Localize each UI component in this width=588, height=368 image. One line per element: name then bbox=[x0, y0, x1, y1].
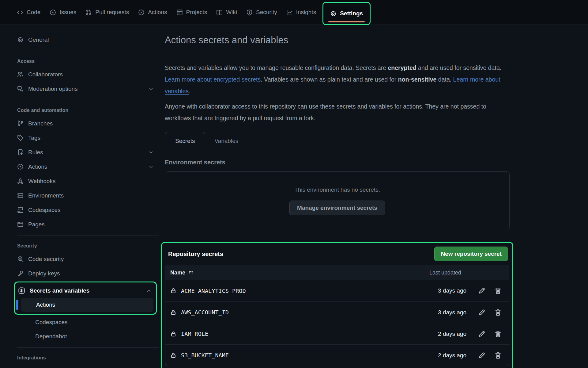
intro-bold-encrypted: encrypted bbox=[388, 64, 416, 71]
asterisk-box-icon bbox=[18, 287, 25, 294]
trash-icon[interactable] bbox=[494, 287, 502, 294]
sidebar-divider bbox=[17, 100, 159, 100]
manage-environment-secrets-button[interactable]: Manage environment secrets bbox=[289, 201, 385, 215]
sidebar-subitem-codespaces[interactable]: Codespaces bbox=[12, 315, 159, 329]
column-header-last-updated: Last updated bbox=[429, 270, 461, 276]
webhook-icon bbox=[17, 178, 24, 184]
lock-icon bbox=[170, 309, 176, 316]
intro-paragraph: Secrets and variables allow you to manag… bbox=[165, 62, 510, 97]
secret-name: ACME_ANALYTICS_PROD bbox=[181, 288, 246, 294]
tab-variables[interactable]: Variables bbox=[205, 132, 247, 150]
sidebar-subitem-label: Dependabot bbox=[35, 333, 67, 340]
pencil-icon[interactable] bbox=[478, 309, 485, 316]
secret-name: IAM_ROLE bbox=[181, 331, 208, 337]
git-pull-request-icon bbox=[85, 9, 92, 16]
collaborator-access-note: Anyone with collaborator access to this … bbox=[165, 101, 510, 124]
sidebar-item-rules[interactable]: Rules bbox=[12, 145, 159, 159]
sidebar-item-label: Collaborators bbox=[28, 71, 63, 78]
active-tab-underline bbox=[328, 21, 365, 22]
sort-ascending-icon[interactable] bbox=[188, 270, 194, 275]
trash-icon[interactable] bbox=[494, 330, 502, 338]
table-header-row: Name Last updated bbox=[165, 265, 509, 280]
sidebar-item-label: Environments bbox=[28, 192, 64, 199]
nav-tab-label: Actions bbox=[148, 9, 167, 16]
trash-icon[interactable] bbox=[494, 309, 502, 316]
new-repository-secret-button[interactable]: New repository secret bbox=[434, 247, 508, 261]
chevron-up-icon bbox=[146, 288, 152, 293]
codescan-icon bbox=[17, 256, 24, 262]
sidebar-item-secrets-and-variables[interactable]: Secrets and variables bbox=[15, 283, 156, 298]
tag-icon bbox=[17, 135, 24, 141]
code-icon bbox=[17, 9, 23, 16]
secret-name: S3_BUCKET_NAME bbox=[181, 352, 229, 358]
git-branch-icon bbox=[17, 120, 24, 127]
sidebar-subitem-dependabot[interactable]: Dependabot bbox=[12, 329, 159, 343]
sidebar-item-branches[interactable]: Branches bbox=[12, 116, 159, 131]
repository-secrets-heading: Repository secrets bbox=[168, 251, 223, 258]
sidebar-subitem-label: Codespaces bbox=[35, 319, 68, 326]
sidebar-item-general[interactable]: General bbox=[12, 33, 159, 47]
sidebar-item-deploy-keys[interactable]: Deploy keys bbox=[12, 266, 159, 281]
nav-tab-issues[interactable]: Issues bbox=[45, 0, 81, 25]
sidebar-item-environments[interactable]: Environments bbox=[12, 188, 159, 203]
table-row: S3_BUCKET_NAME 2 days ago bbox=[165, 344, 509, 366]
chevron-down-icon bbox=[148, 150, 154, 155]
comment-discussion-icon bbox=[17, 86, 24, 92]
chevron-down-icon bbox=[148, 164, 154, 170]
sidebar-divider bbox=[17, 347, 159, 348]
issue-opened-icon bbox=[50, 9, 56, 16]
sidebar-item-label: Rules bbox=[28, 149, 43, 156]
sidebar-item-label: Tags bbox=[28, 135, 40, 141]
secret-name: AWS_ACCOUNT_ID bbox=[181, 309, 229, 316]
intro-bold-non-sensitive: non-sensitive bbox=[398, 76, 437, 83]
gear-icon bbox=[17, 36, 24, 43]
nav-tab-code[interactable]: Code bbox=[12, 0, 45, 25]
trash-icon[interactable] bbox=[494, 352, 502, 359]
settings-sidebar: General Access Collaborators Moderation … bbox=[12, 33, 159, 364]
environment-secrets-panel: This environment has no secrets. Manage … bbox=[165, 171, 510, 230]
table-row: IAM_ROLE 2 days ago bbox=[165, 323, 509, 344]
repository-secrets-highlight: Repository secrets New repository secret… bbox=[161, 242, 513, 368]
lock-icon bbox=[170, 288, 176, 294]
sidebar-item-code-security[interactable]: Code security bbox=[12, 252, 159, 266]
sidebar-item-codespaces[interactable]: Codespaces bbox=[12, 203, 159, 217]
chevron-down-icon bbox=[148, 86, 154, 92]
nav-tab-label: Code bbox=[27, 9, 40, 16]
sidebar-subitem-actions[interactable]: Actions bbox=[21, 298, 153, 312]
pencil-icon[interactable] bbox=[478, 287, 485, 294]
sidebar-item-actions[interactable]: Actions bbox=[12, 159, 159, 174]
browser-icon bbox=[17, 221, 24, 228]
sidebar-divider bbox=[17, 236, 159, 236]
sidebar-item-moderation-options[interactable]: Moderation options bbox=[12, 82, 159, 96]
repository-secrets-header: Repository secrets New repository secret bbox=[165, 247, 509, 265]
server-icon bbox=[17, 192, 24, 199]
key-icon bbox=[17, 270, 24, 277]
secret-last-updated: 3 days ago bbox=[438, 309, 466, 316]
pencil-icon[interactable] bbox=[478, 330, 485, 338]
pencil-icon[interactable] bbox=[478, 352, 485, 359]
table-row: AWS_ACCOUNT_ID 3 days ago bbox=[165, 301, 509, 323]
sidebar-section-security: Security bbox=[12, 239, 159, 252]
lock-icon bbox=[170, 331, 176, 337]
sidebar-item-label: Deploy keys bbox=[28, 270, 60, 277]
sidebar-item-label: Codespaces bbox=[28, 207, 61, 213]
nav-tab-pull-requests[interactable]: Pull requests bbox=[81, 0, 134, 25]
sidebar-item-webhooks[interactable]: Webhooks bbox=[12, 174, 159, 188]
sidebar-item-label: Pages bbox=[28, 221, 45, 228]
people-icon bbox=[17, 71, 24, 78]
column-header-name[interactable]: Name bbox=[170, 270, 185, 276]
sidebar-subitem-label: Actions bbox=[36, 301, 55, 308]
rules-icon bbox=[17, 149, 24, 155]
sidebar-item-collaborators[interactable]: Collaborators bbox=[12, 67, 159, 82]
sidebar-item-pages[interactable]: Pages bbox=[12, 217, 159, 232]
link-learn-encrypted-secrets[interactable]: Learn more about encrypted secrets bbox=[165, 76, 261, 83]
codespaces-icon bbox=[17, 207, 24, 213]
secret-last-updated: 2 days ago bbox=[438, 331, 466, 337]
tab-secrets[interactable]: Secrets bbox=[165, 132, 205, 150]
sidebar-item-label: General bbox=[28, 36, 49, 43]
intro-text: . Variables are shown as plain text and … bbox=[261, 76, 398, 83]
sidebar-item-tags[interactable]: Tags bbox=[12, 131, 159, 145]
nav-tab-settings[interactable]: Settings bbox=[330, 10, 363, 17]
sidebar-divider bbox=[17, 51, 159, 51]
sidebar-section-integrations: Integrations bbox=[12, 351, 159, 364]
